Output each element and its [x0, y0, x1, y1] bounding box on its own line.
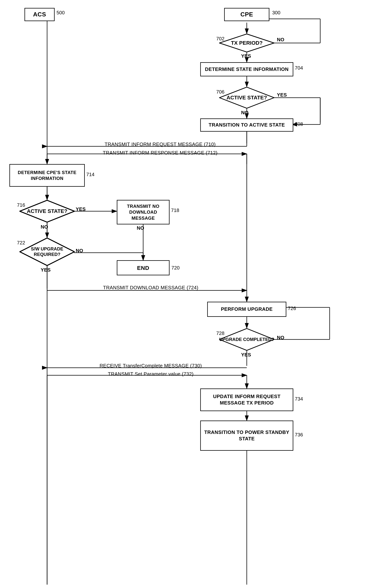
active-state2-diamond-wrap: ACTIVE STATE? — [20, 200, 75, 222]
arrows-svg — [0, 0, 392, 588]
active-state-ref: 706 — [216, 89, 224, 95]
active-state2-diamond: ACTIVE STATE? — [20, 200, 75, 222]
transition-power-standby-ref: 736 — [295, 432, 303, 438]
transmit-inform-resp-label: TRANSMIT INFORM RESPONSE MESSAGE (712) — [75, 150, 245, 156]
active-state2-ref: 716 — [17, 202, 25, 208]
active-state-yes-label: YES — [277, 92, 287, 98]
end-ref: 720 — [172, 265, 180, 271]
perform-upgrade-ref: 726 — [288, 306, 296, 311]
transition-power-standby-box: TRANSITION TO POWER STANDBY STATE — [200, 421, 293, 451]
transmit-no-download-box: TRANSMIT NO DOWNLOAD MESSAGE — [117, 200, 170, 224]
determine-state-box: DETERMINE STATE INFORMATION — [200, 62, 293, 76]
active-state-diamond: ACTIVE STATE? — [219, 87, 274, 109]
upgrade-completed-no-label: NO — [277, 335, 284, 341]
acs-ref: 500 — [56, 10, 64, 16]
flowchart-diagram: ACS 500 CPE 300 TX PERIOD? 702 NO YES DE… — [0, 0, 392, 588]
determine-cpe-state-ref: 714 — [86, 172, 94, 177]
acs-box: ACS — [24, 8, 55, 21]
active-state-no-label: NO — [241, 110, 249, 116]
perform-upgrade-box: PERFORM UPGRADE — [207, 302, 286, 317]
upgrade-completed-diamond: UPGRADE COMPLETED? — [219, 328, 274, 351]
active-state2-yes-label: YES — [76, 206, 86, 212]
active-state-diamond-wrap: ACTIVE STATE? — [219, 87, 274, 109]
sw-upgrade-diamond: S/W UPGRADE REQUIRED? — [20, 238, 75, 266]
active-state2-no-label: NO — [41, 224, 48, 230]
receive-transfer-complete-label: RECEIVE TransferComplete MESSAGE (730) — [56, 363, 245, 369]
end-box: END — [117, 260, 170, 275]
upgrade-completed-yes-label: YES — [241, 352, 251, 358]
sw-upgrade-label: S/W UPGRADE REQUIRED? — [20, 246, 75, 257]
transition-active-ref: 708 — [295, 121, 303, 127]
transmit-download-label: TRANSMIT DOWNLOAD MESSAGE (724) — [56, 285, 245, 290]
transmit-inform-req-label: TRANSMIT INFORM REQUEST MESSAGE (710) — [75, 141, 245, 147]
cpe-box: CPE — [224, 8, 269, 21]
determine-cpe-state-box: DETERMINE CPE'S STATE INFORMATION — [10, 164, 85, 187]
cpe-ref: 300 — [272, 10, 280, 16]
sw-upgrade-no-label: NO — [76, 248, 83, 254]
tx-period-no-label: NO — [277, 37, 284, 43]
transmit-no-download-no-label: NO — [137, 225, 144, 231]
sw-upgrade-ref: 722 — [17, 240, 25, 246]
update-inform-ref: 734 — [295, 396, 303, 402]
active-state-label: ACTIVE STATE? — [226, 95, 267, 101]
transmit-no-download-ref: 718 — [171, 207, 179, 213]
upgrade-completed-ref: 728 — [216, 330, 224, 336]
sw-upgrade-yes-label: YES — [41, 267, 51, 273]
sw-upgrade-diamond-wrap: S/W UPGRADE REQUIRED? — [20, 238, 75, 266]
tx-period-diamond-wrap: TX PERIOD? — [219, 34, 274, 53]
active-state2-label: ACTIVE STATE? — [27, 208, 67, 214]
tx-period-label: TX PERIOD? — [231, 40, 262, 46]
determine-state-ref: 704 — [295, 65, 303, 71]
tx-period-yes-label: YES — [241, 53, 251, 59]
update-inform-box: UPDATE INFORM REQUEST MESSAGE TX PERIOD — [200, 389, 293, 411]
tx-period-diamond: TX PERIOD? — [219, 34, 274, 53]
transmit-set-param-label: TRANSMIT Set Parameter value (732) — [56, 371, 245, 377]
upgrade-completed-label: UPGRADE COMPLETED? — [219, 337, 274, 342]
transition-active-box: TRANSITION TO ACTIVE STATE — [200, 118, 293, 132]
upgrade-completed-diamond-wrap: UPGRADE COMPLETED? — [219, 328, 274, 351]
tx-period-ref: 702 — [216, 36, 224, 42]
